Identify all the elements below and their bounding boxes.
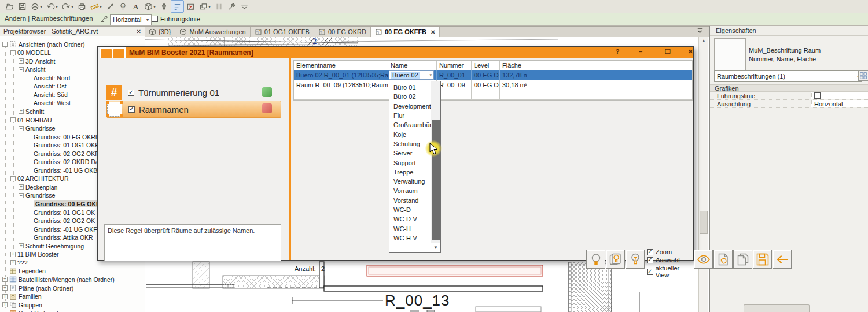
col-nummer[interactable]: Nummer — [437, 61, 472, 70]
canvas-vertical-scrollbar[interactable]: ▲ — [698, 36, 708, 312]
edit-type-button[interactable] — [858, 70, 868, 81]
tree-item[interactable]: Grundriss: 02 OKRD Da — [27, 158, 99, 166]
orientation-select[interactable]: Horizontal ▾ — [110, 14, 152, 25]
expand-icon[interactable]: + — [19, 109, 24, 114]
view-tab-1[interactable]: MuM Auswertungen — [175, 27, 250, 37]
tree-item[interactable]: +??? — [10, 259, 28, 267]
collapse-icon[interactable]: − — [19, 67, 24, 72]
dropdown-option[interactable]: WC-D — [390, 205, 433, 214]
dropdown-option[interactable]: Development — [390, 102, 433, 111]
tag-button[interactable]: 1 — [117, 1, 129, 12]
switch-windows-button[interactable]: ▾ — [197, 1, 212, 12]
dropdown-option[interactable]: WC-D-V — [390, 214, 433, 224]
tree-item[interactable]: +Deckenplan — [19, 183, 57, 191]
rule-checkbox[interactable]: ✓ — [128, 90, 134, 96]
tree-item[interactable]: −00 MODELL — [10, 49, 51, 57]
cell-nummer[interactable] — [437, 90, 472, 99]
tree-item[interactable]: +Bauteillisten/Mengen (nach Ordner) — [2, 276, 115, 284]
tools-button[interactable] — [226, 1, 238, 12]
tree-item[interactable]: Grundriss: 00 EG OKRD — [27, 133, 100, 141]
property-row-führungslinie[interactable]: Führungslinie — [710, 92, 868, 100]
thinlines-button[interactable] — [171, 0, 184, 13]
bars-button[interactable] — [213, 1, 225, 12]
property-value[interactable]: Horizontal — [811, 100, 868, 107]
expand-icon[interactable]: + — [19, 58, 24, 64]
cell-level[interactable] — [472, 90, 500, 99]
back-button[interactable] — [773, 250, 792, 269]
close-icon[interactable]: ✕ — [137, 28, 141, 35]
dropdown-option[interactable]: Support — [390, 158, 433, 167]
dimension-button[interactable] — [104, 1, 116, 12]
table-row-3[interactable] — [294, 90, 692, 100]
section-button[interactable] — [158, 1, 170, 12]
view-tab-2[interactable]: 01 OG1 OKFFB — [251, 27, 314, 37]
dropdown-scroll-down-icon[interactable]: ▼ — [431, 243, 440, 252]
sync-button[interactable]: ▾ — [29, 1, 44, 12]
close-button[interactable]: ✕ — [683, 48, 698, 57]
tree-item[interactable]: Ansicht: Ost — [27, 82, 67, 90]
section-grafiken[interactable]: Grafiken — [710, 84, 868, 92]
tree-item[interactable]: Ansicht: West — [27, 99, 71, 107]
collapse-icon[interactable]: − — [19, 126, 24, 131]
collapse-icon[interactable]: − — [10, 176, 16, 181]
option-zoom[interactable]: ✓Zoom — [647, 248, 672, 255]
type-selector-dropdown[interactable]: Raumbeschriftungen (1) ▾ — [714, 70, 862, 82]
option-aktueller-view[interactable]: ✓aktueller View — [647, 265, 693, 278]
tree-item[interactable]: Grundriss: 00 EG OKF — [27, 200, 101, 208]
expand-icon[interactable]: + — [2, 294, 8, 299]
minimize-button[interactable]: – — [633, 48, 648, 57]
cell-elementname[interactable]: Raum R_00_09 (1283510;Räume) — [294, 80, 388, 90]
print-button[interactable] — [76, 1, 88, 12]
cell-nummer[interactable]: R_00_01 — [437, 70, 472, 80]
tree-item[interactable]: −Ansicht — [19, 65, 45, 73]
dropdown-option[interactable]: WC-H — [390, 224, 433, 233]
dialog-titlebar[interactable]: MuM BIM Booster 2021 [Raumnamen] ?–❐✕ — [126, 47, 693, 58]
expand-icon[interactable]: + — [2, 277, 8, 282]
cell-elementname[interactable] — [294, 90, 388, 99]
tree-item[interactable]: +Gruppen — [2, 301, 42, 309]
tree-item[interactable]: +Schnitt Genehmigung — [19, 242, 84, 250]
tree-item[interactable]: +Schnitt — [19, 107, 44, 116]
tree-item[interactable]: Grundriss: Attika OKR — [27, 233, 93, 242]
highlight-button[interactable] — [586, 250, 605, 269]
collapse-icon[interactable]: − — [2, 42, 8, 47]
tree-item[interactable]: Grundriss: 01 OG1 OK — [27, 209, 95, 217]
view-tab-4[interactable]: 00 EG OKFFB✕ — [371, 27, 440, 37]
tree-item[interactable]: Grundriss: 01 OG1 OKF — [27, 141, 99, 149]
tree-item[interactable]: Ansicht: Süd — [27, 91, 68, 99]
highlight-toggle-button[interactable] — [626, 250, 645, 269]
tree-item[interactable]: Ansicht: Nord — [27, 74, 70, 82]
rule-row-1[interactable]: #✓Türnummerierung 01 — [106, 84, 280, 101]
leader-checkbox[interactable] — [152, 16, 158, 22]
col-elementname[interactable]: Elementname — [294, 61, 388, 70]
cell-flaeche[interactable]: 30,18 m² — [500, 80, 527, 90]
tree-item[interactable]: Grundriss: -01 UG OKB — [27, 166, 97, 174]
expand-icon[interactable]: + — [2, 285, 8, 291]
tree-item[interactable]: +11 BIM Booster — [10, 250, 59, 258]
table-row-2[interactable]: Raum R_00_09 (1283510;Räume)R_00_0900 EG… — [294, 80, 692, 90]
property-row-ausrichtung[interactable]: AusrichtungHorizontal — [710, 100, 868, 108]
save-button[interactable] — [753, 250, 772, 269]
contextual-tab-label[interactable]: Ändern | Raumbeschriftungen — [5, 15, 93, 22]
cell-nummer[interactable]: R_00_09 — [437, 80, 472, 90]
show-element-button[interactable] — [694, 250, 713, 269]
col-flaeche[interactable]: Fläche — [500, 61, 527, 70]
rule-checkbox[interactable]: ✓ — [128, 106, 135, 113]
tree-item[interactable]: +3D-Ansicht — [19, 57, 55, 65]
cell-flaeche[interactable]: 132,78 m² — [500, 70, 527, 80]
cell-elementname[interactable]: Buero 02 R_00_01 (1283505;Räume) — [294, 70, 388, 80]
collapse-icon[interactable]: − — [19, 193, 24, 198]
highlight-all-button[interactable] — [606, 250, 625, 269]
expand-icon[interactable]: + — [2, 302, 8, 307]
close-icon[interactable]: ✕ — [431, 29, 435, 35]
tree-item[interactable]: Revit-Verknüpfungen — [2, 309, 75, 312]
dropdown-option[interactable]: Verwaltung — [390, 177, 433, 186]
redo-button[interactable]: ▾ — [60, 1, 75, 12]
text-button[interactable]: A — [130, 1, 142, 12]
col-name[interactable]: Name — [388, 61, 437, 70]
dropdown-scrollbar-thumb[interactable] — [432, 120, 440, 240]
tree-item[interactable]: −Ansichten (nach Ordner) — [2, 40, 84, 49]
canvas-scrollbar-thumb[interactable] — [700, 211, 708, 234]
dropdown-option[interactable]: Büro 02 — [390, 92, 433, 101]
view-tab-3[interactable]: 00 EG OKRD — [314, 27, 371, 37]
